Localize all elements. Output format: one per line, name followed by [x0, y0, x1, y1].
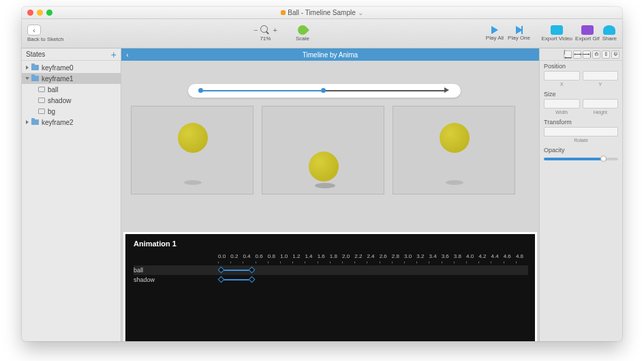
ruler-tick: 2.0: [342, 253, 354, 264]
shadow-shape: [315, 183, 335, 188]
keyframe-clip[interactable]: [219, 268, 254, 272]
gif-icon: [581, 25, 594, 35]
ball-shape: [440, 123, 470, 153]
ruler-tick: 1.8: [330, 253, 342, 264]
size-label: Size: [544, 91, 618, 98]
ruler-tick: 0.8: [268, 253, 280, 264]
ruler-tick: 2.2: [354, 253, 367, 264]
align-left-button[interactable]: |⟵: [564, 50, 572, 59]
keyframe-previews: [131, 106, 515, 194]
canvas-title: Timeline by Anima: [121, 51, 539, 59]
track-ball[interactable]: ball: [134, 265, 528, 275]
play-icon: [491, 26, 498, 34]
align-top-button[interactable]: ⟰: [592, 50, 600, 59]
keyframe-diamond-icon[interactable]: [218, 276, 225, 283]
track-shadow[interactable]: shadow: [134, 275, 528, 285]
sidebar-header: States +: [22, 48, 121, 61]
app-window: Ball - Timeline Sample ⌄ ‹ Back to Sketc…: [22, 7, 622, 341]
folder-icon: [31, 119, 39, 125]
opacity-slider[interactable]: [544, 158, 618, 160]
ruler-tick: 1.0: [280, 253, 292, 264]
ruler-tick: 3.4: [429, 253, 441, 264]
ruler-tick: 4.8: [516, 253, 528, 264]
transform-label: Transform: [544, 119, 618, 126]
play-one-icon: [516, 26, 523, 34]
arrow-right-icon: [444, 87, 449, 93]
keyframe-clip[interactable]: [219, 278, 254, 282]
width-input[interactable]: [544, 99, 580, 109]
window-title: Ball - Timeline Sample ⌄: [22, 9, 622, 16]
export-video-button[interactable]: Export Video: [541, 25, 572, 42]
folder-icon: [31, 76, 39, 81]
toolbar: ‹ Back to Sketch − + 71% Scale Play All …: [22, 19, 622, 48]
titlebar: Ball - Timeline Sample ⌄: [22, 7, 622, 19]
keyframe-diamond-icon[interactable]: [218, 267, 225, 274]
tree-layer-shadow[interactable]: shadow: [22, 95, 121, 106]
timeline-panel: Animation 1 0.00.20.40.60.81.01.21.41.61…: [123, 232, 537, 341]
keyframe-preview-0[interactable]: [131, 106, 254, 194]
ball-shape: [178, 123, 208, 153]
tree-folder-keyframe2[interactable]: keyframe2: [22, 117, 121, 128]
tree-folder-keyframe0[interactable]: keyframe0: [22, 62, 121, 73]
states-tree: keyframe0 keyframe1 ball shadow b: [22, 61, 121, 341]
align-center-button[interactable]: ⟷: [573, 50, 581, 59]
ruler-tick: 0.0: [218, 253, 230, 264]
keyframe-preview-2[interactable]: [393, 106, 515, 194]
align-right-button[interactable]: ⟶|: [583, 50, 591, 59]
share-button[interactable]: Share: [602, 25, 617, 42]
sidebar-title: States: [26, 50, 45, 58]
keyframe-diamond-icon[interactable]: [249, 276, 256, 283]
canvas-header: ‹ Timeline by Anima: [121, 48, 539, 61]
window-close-icon[interactable]: [27, 10, 33, 16]
rotate-input[interactable]: [544, 127, 618, 136]
zoom-value: 71%: [260, 35, 271, 42]
segment-blue: [200, 90, 322, 91]
ruler-tick: 1.6: [318, 253, 330, 264]
ruler-tick: 0.6: [256, 253, 268, 264]
cloud-icon: [603, 25, 615, 35]
layer-icon: [38, 109, 45, 114]
ruler-tick: 2.4: [367, 253, 379, 264]
transition-slider[interactable]: [188, 84, 461, 98]
play-all-button[interactable]: Play All: [486, 26, 504, 41]
window-minimize-icon[interactable]: [37, 10, 43, 16]
play-one-button[interactable]: Play One: [508, 26, 530, 41]
tree-folder-keyframe1[interactable]: keyframe1: [22, 73, 121, 84]
slider-handle[interactable]: [600, 156, 607, 162]
tree-layer-bg[interactable]: bg: [22, 106, 121, 117]
keyframe-diamond-icon[interactable]: [249, 267, 256, 274]
zoom-out-button[interactable]: −: [254, 26, 258, 34]
inspector-panel: |⟵ ⟷ ⟶| ⟰ ⇕ ⟱ Position XY Size: [539, 48, 622, 341]
layer-icon: [38, 98, 45, 103]
ball-shape: [309, 151, 339, 182]
export-gif-button[interactable]: Export Gif: [575, 25, 600, 42]
ruler-tick: 0.2: [230, 253, 243, 264]
ruler-tick: 4.4: [491, 253, 503, 264]
scale-icon[interactable]: [296, 23, 309, 37]
zoom-in-button[interactable]: +: [273, 26, 277, 34]
align-middle-button[interactable]: ⇕: [602, 50, 610, 59]
chevron-right-icon[interactable]: [26, 120, 29, 124]
keyframe-preview-1[interactable]: [262, 106, 384, 194]
ruler-tick: 3.2: [416, 253, 429, 264]
back-button[interactable]: ‹: [27, 25, 41, 35]
position-x-input[interactable]: [544, 71, 580, 81]
window-zoom-icon[interactable]: [46, 10, 52, 16]
add-state-button[interactable]: +: [111, 50, 117, 59]
align-bottom-button[interactable]: ⟱: [611, 50, 619, 59]
timeline-ruler[interactable]: 0.00.20.40.60.81.01.21.41.61.82.02.22.42…: [218, 253, 528, 264]
tree-layer-ball[interactable]: ball: [22, 84, 121, 95]
height-input[interactable]: [583, 99, 619, 109]
ruler-tick: 3.6: [442, 253, 454, 264]
chevron-right-icon[interactable]: [26, 66, 29, 70]
ruler-tick: 4.0: [466, 253, 478, 264]
ruler-tick: 4.6: [504, 253, 516, 264]
canvas-back-button[interactable]: ‹: [121, 48, 134, 61]
position-y-input[interactable]: [583, 71, 619, 81]
magnifier-icon[interactable]: [260, 25, 270, 35]
ruler-tick: 4.2: [478, 253, 491, 264]
slider-handle-mid[interactable]: [321, 88, 326, 93]
canvas: ‹ Timeline by Anima: [121, 48, 539, 341]
slider-handle-start[interactable]: [198, 88, 203, 93]
chevron-down-icon[interactable]: [25, 77, 29, 80]
